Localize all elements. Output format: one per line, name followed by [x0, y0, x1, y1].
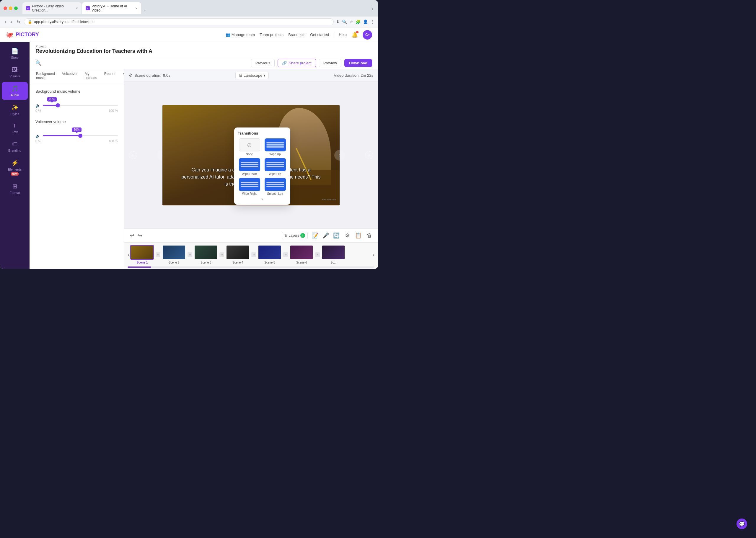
video-duration-value: 2m 22s — [361, 73, 373, 78]
scene-sep-icon-2: ⊞ — [188, 252, 192, 257]
undo-button[interactable]: ↩ — [129, 231, 136, 240]
scene-sep-icon-5: ⊞ — [283, 252, 288, 257]
refresh-button[interactable]: ↻ — [16, 19, 22, 25]
back-button[interactable]: ‹ — [4, 19, 7, 25]
more-icon[interactable]: ⋮ — [370, 20, 375, 24]
scene-thumb-7[interactable]: Sc... — [321, 245, 345, 264]
vo-volume-track[interactable] — [43, 135, 118, 136]
bg-volume-slider-wrapper: 20% 🔈 0 % — [35, 97, 118, 112]
settings-button[interactable]: ⚙ — [344, 231, 351, 240]
tab-recent[interactable]: Recent — [101, 69, 118, 83]
preview-info-bar: ⏱ Scene duration: 9.0s 🖥 Landscape ▾ Vid… — [124, 69, 378, 82]
story-icon: 📄 — [11, 47, 19, 55]
redo-button[interactable]: ↪ — [137, 231, 144, 240]
timeline-scrollbar-thumb[interactable] — [128, 266, 151, 268]
transition-smooth-left[interactable]: Smooth Left — [263, 178, 287, 195]
video-duration: Video duration: 2m 22s — [334, 73, 373, 78]
transition-wipe-right[interactable]: Wipe Right — [238, 178, 261, 195]
wipe-left-line-1 — [266, 162, 284, 163]
transitions-chevron[interactable]: ▾ — [238, 197, 287, 201]
notification-icon[interactable]: 🔔 — [351, 31, 358, 38]
scene-bg-7 — [322, 245, 345, 259]
profile-icon[interactable]: 👤 — [363, 20, 368, 24]
transition-wipe-up[interactable]: Wipe Up — [263, 138, 287, 156]
scene-thumb-3[interactable]: Scene 3 — [194, 245, 218, 264]
new-tab-button[interactable]: + — [142, 8, 148, 14]
smooth-left-line-1 — [266, 182, 284, 183]
timeline-scrollbar[interactable] — [128, 266, 375, 268]
vo-volume-section: Voiceover volume 50% 🔈 — [35, 120, 118, 143]
bg-volume-track[interactable] — [43, 105, 118, 106]
vo-volume-thumb[interactable] — [78, 134, 83, 138]
landscape-selector[interactable]: 🖥 Landscape ▾ — [235, 72, 269, 79]
delete-button[interactable]: 🗑 — [366, 231, 373, 240]
sidebar-item-elements[interactable]: ⚡ Elements NEW — [2, 156, 28, 179]
timeline-next-button[interactable]: › — [373, 252, 375, 257]
header-separator — [334, 32, 334, 38]
sidebar-item-visuals[interactable]: 🖼 Visuals — [2, 64, 28, 81]
tab-voiceover[interactable]: Voiceover — [59, 69, 81, 83]
search-project-icon[interactable]: 🔍 — [35, 60, 41, 66]
tab-close-1[interactable]: ✕ — [76, 7, 78, 10]
transition-wipe-down[interactable]: Wipe Down — [238, 158, 261, 176]
transition-wipe-left[interactable]: Wipe Left — [263, 158, 287, 176]
layers-button[interactable]: ⊕ Layers 1 — [282, 232, 308, 239]
browser-menu-icon[interactable]: ⋮ — [370, 6, 375, 11]
sidebar-item-format[interactable]: ⊞ Format — [2, 180, 28, 197]
transition-none[interactable]: None — [238, 138, 261, 156]
sidebar-item-audio[interactable]: 🎵 Audio — [2, 82, 28, 100]
tab-pictory-ai[interactable]: P Pictory.AI - Home of AI Video... ✕ — [82, 2, 141, 14]
share-icon: 🔗 — [282, 61, 287, 65]
tab-my-uploads[interactable]: My uploads — [82, 69, 100, 83]
scene-thumb-6[interactable]: Scene 6 — [290, 245, 313, 264]
sidebar-item-branding[interactable]: 🏷 Branding — [2, 138, 28, 155]
transitions-popup: Transitions None — [234, 128, 290, 205]
download-icon[interactable]: ⬇ — [336, 20, 340, 24]
favorites-tab-icon[interactable]: ♥ — [121, 69, 124, 83]
user-avatar[interactable]: CP — [363, 30, 372, 39]
search-icon[interactable]: 🔍 — [342, 20, 347, 24]
manage-team-link[interactable]: 👥 Manage team — [226, 32, 255, 37]
tab-close-2[interactable]: ✕ — [135, 7, 138, 10]
forward-button[interactable]: › — [10, 19, 14, 25]
scene-thumb-5[interactable]: Scene 5 — [258, 245, 281, 264]
brand-kits-link[interactable]: Brand kits — [288, 32, 305, 37]
main-preview: ⏱ Scene duration: 9.0s 🖥 Landscape ▾ Vid… — [124, 69, 378, 269]
sidebar-item-text[interactable]: T Text — [2, 120, 28, 136]
help-link[interactable]: Help — [339, 32, 347, 37]
tab-pictory-easy[interactable]: P Pictory - Easy Video Creation... ✕ — [23, 2, 82, 14]
previous-button[interactable]: Previous — [251, 59, 275, 67]
scene-thumb-1[interactable]: Scene 1 — [130, 245, 154, 264]
download-button[interactable]: Download — [344, 59, 372, 67]
scene-thumb-2[interactable]: Scene 2 — [162, 245, 186, 264]
bg-volume-thumb[interactable] — [56, 103, 60, 107]
mic-icon[interactable]: 🎤 — [322, 232, 329, 239]
scene-label-3: Scene 3 — [201, 261, 211, 264]
captions-button[interactable]: 📝 — [311, 231, 320, 240]
add-scene-left-button[interactable]: + — [129, 151, 137, 159]
minimize-dot[interactable] — [9, 7, 12, 10]
add-scene-right-button[interactable]: + — [365, 151, 373, 159]
team-projects-link[interactable]: Team projects — [260, 32, 283, 37]
extensions-icon[interactable]: 🧩 — [356, 20, 361, 24]
scene-separator-5: ⊞ — [283, 252, 289, 257]
share-project-button[interactable]: 🔗 Share project — [278, 59, 316, 67]
toolbar-right: Previous 🔗 Share project Preview Downloa… — [251, 59, 372, 67]
sidebar-item-story[interactable]: 📄 Story — [2, 45, 28, 62]
copy-button[interactable]: 📋 — [354, 231, 363, 240]
close-dot[interactable] — [4, 7, 7, 10]
header-nav: 👥 Manage team Team projects Brand kits G… — [226, 30, 372, 39]
transition-label-wipe-left: Wipe Left — [269, 172, 281, 176]
get-started-link[interactable]: Get started — [310, 32, 329, 37]
scene-thumb-4[interactable]: Scene 4 — [226, 245, 250, 264]
tab-background-music[interactable]: Background music — [33, 69, 58, 83]
star-icon[interactable]: ☆ — [349, 20, 353, 24]
timeline-prev-button[interactable]: ‹ — [128, 252, 129, 257]
maximize-dot[interactable] — [14, 7, 18, 10]
translate-button[interactable]: 🔄 — [332, 231, 341, 240]
preview-button[interactable]: Preview — [319, 59, 341, 67]
wipe-down-lines — [239, 160, 260, 169]
video-nav-right-button[interactable]: › — [334, 150, 345, 161]
address-bar[interactable]: 🔒 app.pictory.ai/storyboard/articletovid… — [24, 18, 334, 26]
sidebar-item-styles[interactable]: ✨ Styles — [2, 101, 28, 119]
